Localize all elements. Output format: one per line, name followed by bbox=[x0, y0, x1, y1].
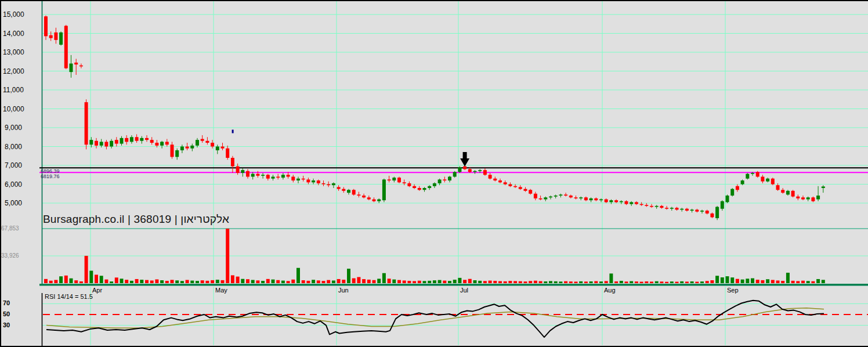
price-axis-tick: 9,000 bbox=[3, 124, 22, 131]
rsi-line bbox=[46, 301, 824, 337]
rsi-gridlines bbox=[42, 303, 868, 325]
price-line-lower-label: 6819.76 bbox=[41, 174, 60, 179]
price-axis-tick: 12,000 bbox=[3, 68, 22, 75]
price-axis-tick: 7,000 bbox=[3, 162, 22, 169]
price-axis-tick: 15,000 bbox=[3, 11, 22, 18]
price-axis-tick: 6,000 bbox=[3, 181, 22, 188]
month-axis-label: Apr bbox=[92, 287, 102, 294]
month-axis-label: Jul bbox=[460, 287, 468, 294]
month-axis-label: Jun bbox=[338, 287, 349, 294]
price-axis-tick: 11,000 bbox=[3, 86, 22, 93]
volume-axis-tick: 67,853 bbox=[1, 226, 19, 232]
price-axis-tick: 13,000 bbox=[3, 49, 22, 56]
price-axis-tick: 5,000 bbox=[3, 200, 22, 207]
volume-gridlines bbox=[42, 229, 868, 256]
bursagraph-chart-window: 15,00014,00013,00012,00011,00010,0009,00… bbox=[0, 0, 868, 347]
rsi-indicator-label: RSI 14/14 = 51.5 bbox=[45, 294, 93, 300]
month-axis-label: May bbox=[215, 287, 227, 294]
price-axis-tick: 8,000 bbox=[3, 143, 22, 150]
price-axis-tick: 10,000 bbox=[3, 106, 22, 113]
rsi-axis-tick: 30 bbox=[3, 322, 10, 328]
month-axis-label: Sep bbox=[727, 287, 739, 294]
price-axis-tick: 14,000 bbox=[3, 30, 22, 37]
watermark-text: Bursagraph.co.il | 368019 | אלקטריאון bbox=[43, 214, 229, 225]
rsi-axis-tick: 50 bbox=[3, 311, 10, 317]
month-axis-label: Aug bbox=[604, 287, 616, 294]
top-border bbox=[0, 0, 868, 1]
blue-marker bbox=[232, 130, 234, 133]
candlestick-layer bbox=[44, 16, 825, 221]
left-border bbox=[0, 0, 1, 347]
volume-baseline-strip bbox=[39, 284, 868, 286]
volume-axis-tick: 33,926 bbox=[1, 253, 19, 259]
month-gridlines bbox=[91, 1, 725, 345]
down-arrow-annotation bbox=[460, 152, 469, 167]
chart-canvas[interactable] bbox=[0, 0, 868, 347]
rsi-axis-tick: 70 bbox=[3, 300, 10, 306]
